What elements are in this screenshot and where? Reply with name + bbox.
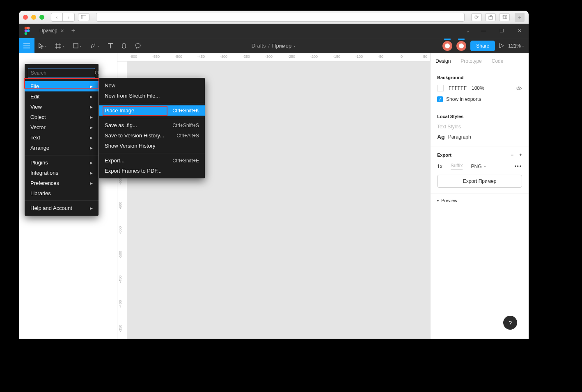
export-scale[interactable]: 1x xyxy=(437,164,442,169)
new-tab-button[interactable]: + xyxy=(515,13,525,22)
show-in-exports-checkbox[interactable]: ✓ xyxy=(437,96,443,102)
avatar-user-2[interactable] xyxy=(456,41,466,51)
menu-item-preferences[interactable]: Preferences▶ xyxy=(25,178,99,188)
svg-point-24 xyxy=(95,71,99,74)
menu-item-new[interactable]: New xyxy=(99,80,205,91)
zoom-control[interactable]: 121% ⌄ xyxy=(508,43,525,49)
menu-item-help[interactable]: Help and Account▶ xyxy=(25,203,99,213)
menu-item-edit[interactable]: Edit▶ xyxy=(25,91,99,102)
menu-item-arrange[interactable]: Arrange▶ xyxy=(25,143,99,153)
menu-search-input[interactable] xyxy=(28,68,95,78)
traffic-zoom[interactable] xyxy=(39,15,44,20)
chevron-down-icon: ⌄ xyxy=(44,44,47,48)
traffic-minimize[interactable] xyxy=(31,15,36,20)
chevron-down-icon: ⌄ xyxy=(97,44,100,48)
chevron-down-icon: ⌄ xyxy=(62,44,65,48)
svg-point-7 xyxy=(27,27,30,30)
add-tab-button[interactable]: + xyxy=(68,27,78,34)
breadcrumb-file: Пример xyxy=(272,43,291,49)
sidebar-toggle[interactable] xyxy=(78,13,89,21)
main-menu-dropdown: File▶ Edit▶ View▶ Object▶ Vector▶ Text▶ … xyxy=(25,64,99,216)
menu-item-save-version[interactable]: Save to Version History...Ctrl+Alt+S xyxy=(99,130,205,141)
file-submenu: New New from Sketch File... Place ImageC… xyxy=(99,78,205,178)
menu-item-export[interactable]: Export...Ctrl+Shift+E xyxy=(99,155,205,166)
browser-titlebar: ‹ › ⟳ + xyxy=(19,11,529,24)
avatar-user-1[interactable] xyxy=(442,41,452,51)
figma-logo[interactable] xyxy=(19,24,35,38)
horizontal-ruler: -600-550-500-450-400-350-300-250-200-150… xyxy=(117,53,430,62)
shape-tool[interactable]: ⌄ xyxy=(69,38,86,54)
main-menu-button[interactable] xyxy=(19,38,34,54)
background-hex[interactable]: FFFFFF xyxy=(449,85,467,91)
menu-item-plugins[interactable]: Plugins▶ xyxy=(25,157,99,168)
maximize-window[interactable]: ☐ xyxy=(493,24,511,38)
move-tool[interactable]: ⌄ xyxy=(34,38,51,54)
export-heading: Export xyxy=(437,153,451,157)
url-bar[interactable] xyxy=(96,13,465,22)
tab-code[interactable]: Code xyxy=(487,53,509,69)
menu-item-integrations[interactable]: Integrations▶ xyxy=(25,168,99,178)
present-button[interactable] xyxy=(499,43,504,48)
close-tab-icon[interactable]: × xyxy=(61,27,64,34)
menu-item-file[interactable]: File▶ xyxy=(25,81,99,91)
traffic-close[interactable] xyxy=(23,15,28,20)
add-export-icon[interactable]: + xyxy=(519,152,522,158)
document-tab[interactable]: Пример × xyxy=(35,24,68,38)
menu-item-object[interactable]: Object▶ xyxy=(25,112,99,122)
text-styles-label: Text Styles xyxy=(437,124,522,130)
help-button[interactable]: ? xyxy=(503,316,517,330)
toolbar: ⌄ ⌄ ⌄ ⌄ Drafts / Пример ⌄ xyxy=(19,38,529,53)
menu-item-view[interactable]: View▶ xyxy=(25,102,99,112)
forward-button[interactable]: › xyxy=(63,13,74,21)
tab-design[interactable]: Design xyxy=(431,53,456,69)
svg-marker-14 xyxy=(39,43,43,48)
menu-item-new-sketch[interactable]: New from Sketch File... xyxy=(99,91,205,101)
paragraph-style[interactable]: Paragraph xyxy=(448,134,471,140)
chevron-down-icon: ⌄ xyxy=(293,44,296,48)
share-browser-button[interactable] xyxy=(485,13,496,21)
background-swatch[interactable] xyxy=(437,85,444,91)
background-heading: Background xyxy=(437,75,522,80)
visibility-toggle-icon[interactable] xyxy=(516,86,522,91)
remove-export-icon[interactable]: − xyxy=(511,152,513,158)
back-button[interactable]: ‹ xyxy=(51,13,63,21)
preview-toggle[interactable]: ▾ Preview xyxy=(431,194,529,207)
local-styles-heading: Local Styles xyxy=(437,114,522,119)
svg-point-9 xyxy=(27,30,30,32)
svg-rect-0 xyxy=(81,15,86,19)
close-window[interactable]: ✕ xyxy=(511,24,529,38)
svg-rect-5 xyxy=(503,15,507,18)
properties-panel: Design Prototype Code Background FFFFFF … xyxy=(430,53,529,339)
frame-tool[interactable]: ⌄ xyxy=(51,38,69,54)
comment-tool[interactable] xyxy=(131,38,145,54)
menu-item-export-pdf[interactable]: Export Frames to PDF... xyxy=(99,166,205,176)
tabs-button[interactable] xyxy=(499,13,510,21)
chevron-down-icon: ⌄ xyxy=(522,44,525,48)
pen-tool[interactable]: ⌄ xyxy=(86,38,104,54)
text-tool[interactable] xyxy=(104,38,117,54)
svg-marker-22 xyxy=(500,43,504,48)
reload-button[interactable]: ⟳ xyxy=(471,13,482,21)
svg-point-23 xyxy=(518,87,520,89)
export-more-icon[interactable]: ••• xyxy=(514,164,522,169)
tab-prototype[interactable]: Prototype xyxy=(456,53,486,69)
export-format-select[interactable]: PNG ⌄ xyxy=(471,164,486,169)
menu-item-place-image[interactable]: Place ImageCtrl+Shift+K xyxy=(99,105,205,116)
hand-tool[interactable] xyxy=(117,38,131,54)
menu-item-vector[interactable]: Vector▶ xyxy=(25,122,99,132)
menu-item-show-version[interactable]: Show Version History xyxy=(99,141,205,151)
ag-icon: Ag xyxy=(437,134,445,140)
zoom-value: 121% xyxy=(508,43,521,49)
document-tab-title: Пример xyxy=(39,28,57,34)
breadcrumb[interactable]: Drafts / Пример ⌄ xyxy=(252,43,296,49)
export-button[interactable]: Export Пример xyxy=(437,175,522,188)
export-suffix-input[interactable]: Suffix xyxy=(451,163,463,170)
window-menu-chevron[interactable]: ⌄ xyxy=(461,29,474,33)
menu-item-text[interactable]: Text▶ xyxy=(25,132,99,143)
minimize-window[interactable]: — xyxy=(474,24,493,38)
menu-item-libraries[interactable]: Libraries xyxy=(25,188,99,198)
svg-line-25 xyxy=(98,74,99,75)
share-button[interactable]: Share xyxy=(470,41,495,51)
menu-item-save-fig[interactable]: Save as .fig...Ctrl+Shift+S xyxy=(99,120,205,130)
background-opacity[interactable]: 100% xyxy=(472,85,484,91)
